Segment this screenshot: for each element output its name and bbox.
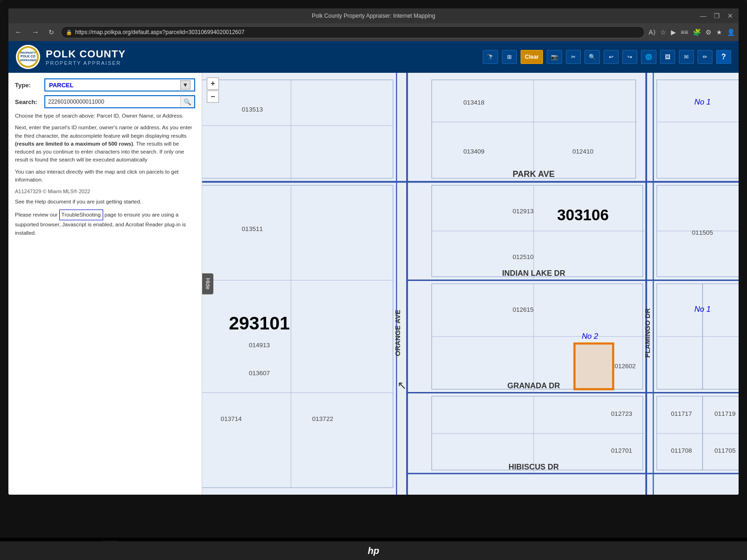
app-header: PROPERTY POLK CO APPRAISER POLK COUNTY P… [8,41,739,73]
email-button[interactable]: ✉ [679,50,694,64]
svg-text:011705: 011705 [714,447,735,454]
search-row: Search: 🔍 [15,95,195,108]
svg-text:014913: 014913 [249,342,270,349]
svg-text:012602: 012602 [614,363,635,370]
zoom-in-button[interactable]: + [207,77,219,90]
read-aloud-icon[interactable]: A⟩ [648,28,655,36]
collections-icon[interactable]: ≡≡ [681,28,688,36]
settings-icon[interactable]: ⚙ [705,28,712,36]
forward-button[interactable]: → [29,27,42,37]
browser-titlebar: Polk County Property Appraiser: Internet… [8,8,739,23]
info-text-1: Choose the type of search above: Parcel … [15,112,195,120]
search-input-wrapper: 🔍 [44,95,195,108]
type-select-value: PARCEL [49,82,180,89]
logo-text: POLK COUNTY PROPERTY APPRAISER [46,48,126,66]
svg-text:013409: 013409 [463,148,484,155]
lock-icon: 🔒 [66,29,72,35]
svg-text:013511: 013511 [242,225,263,232]
svg-text:013418: 013418 [463,99,484,106]
see-help-text: See the Help document if you are just ge… [15,198,195,206]
svg-text:GRANADA DR: GRANADA DR [507,381,560,390]
help-button[interactable]: ? [716,50,731,64]
logo-circle: PROPERTY POLK CO APPRAISER [16,45,40,69]
logo-area: PROPERTY POLK CO APPRAISER POLK COUNTY P… [16,45,126,69]
redo-button[interactable]: ↪ [622,50,637,64]
county-name: POLK COUNTY [46,48,126,60]
svg-text:013722: 013722 [312,415,333,422]
svg-text:011708: 011708 [671,447,692,454]
svg-text:013607: 013607 [249,370,270,377]
address-bar[interactable]: 🔒 https://map.polkpa.org/default.aspx?pa… [61,26,645,38]
zoom-controls: + − [207,77,219,103]
main-content: Type: PARCEL ▼ Search: 🔍 Choose th [8,73,739,495]
svg-text:011719: 011719 [714,410,735,417]
grid-button[interactable]: ⊞ [502,50,517,64]
type-select-arrow: ▼ [180,80,190,90]
svg-text:293101: 293101 [229,313,290,333]
map-area[interactable]: PARK AVE ORANGE AVE FLAMINGO DR INDIAN L… [202,73,739,495]
camera-button[interactable]: 📷 [547,50,562,64]
search-input[interactable] [45,98,180,105]
reload-button[interactable]: ↻ [46,28,57,37]
svg-text:FLAMINGO DR: FLAMINGO DR [643,308,651,357]
svg-text:ORANGE AVE: ORANGE AVE [394,310,402,357]
svg-text:INDIAN LAKE DR: INDIAN LAKE DR [502,269,565,278]
type-label: Type: [15,82,41,89]
restore-button[interactable]: ❐ [714,12,720,20]
svg-text:012723: 012723 [611,410,632,417]
type-row: Type: PARCEL ▼ [15,78,195,91]
type-select[interactable]: PARCEL ▼ [44,78,195,91]
search-button[interactable]: 🔍 [180,96,194,107]
svg-text:No 1: No 1 [694,305,711,314]
copyright-text: A11247329 © Miami MLS® 2022 [15,189,195,194]
binoculars-button[interactable]: 🔭 [483,50,498,64]
appraiser-sub: PROPERTY APPRAISER [46,60,126,66]
svg-text:012615: 012615 [513,306,534,313]
troubleshoot-link[interactable]: TroubleShooting [59,210,103,220]
header-tools: 🔭 ⊞ Clear 📷 ✂ 🔍 ↩ ↪ 🌐 🖼 ✉ ✏ ? [483,50,731,64]
star-icon[interactable]: ★ [716,28,722,36]
hp-logo: hp [368,546,379,556]
svg-text:012410: 012410 [572,148,593,155]
svg-text:POLK CO: POLK CO [21,55,35,58]
svg-text:013714: 013714 [221,415,242,422]
sidebar: Type: PARCEL ▼ Search: 🔍 Choose th [8,73,202,495]
screen: Polk County Property Appraiser: Internet… [8,8,739,495]
favorites-icon[interactable]: ☆ [660,28,666,36]
globe-button[interactable]: 🌐 [641,50,656,64]
info-text-2: Next, enter the parcel's ID number, owne… [15,124,195,164]
svg-text:No 1: No 1 [694,98,711,106]
zoom-out-button[interactable]: − [207,91,219,103]
edit-button[interactable]: ✏ [698,50,712,64]
image-button[interactable]: 🖼 [660,50,675,64]
svg-text:012510: 012510 [513,253,534,260]
zoom-button[interactable]: 🔍 [585,50,600,64]
map-svg: PARK AVE ORANGE AVE FLAMINGO DR INDIAN L… [202,73,739,495]
svg-text:No 2: No 2 [582,332,598,341]
browser-content: PROPERTY POLK CO APPRAISER POLK COUNTY P… [8,41,739,495]
page-title: Polk County Property Appraiser: Internet… [312,13,435,19]
profile-icon[interactable]: 👤 [727,28,735,36]
svg-text:↖: ↖ [397,379,407,392]
clear-button[interactable]: Clear [521,50,543,64]
select-button[interactable]: ✂ [566,50,581,64]
search-label: Search: [15,98,41,105]
svg-text:303106: 303106 [557,206,609,224]
svg-text:013513: 013513 [242,106,263,113]
review-text-1: Please review our [15,212,57,217]
svg-text:APPRAISER: APPRAISER [20,59,36,62]
laptop-body: Polk County Property Appraiser: Internet… [0,0,747,560]
play-icon[interactable]: ▶ [671,28,676,36]
svg-text:PROPERTY: PROPERTY [20,51,35,54]
browser-controls: — ❐ ✕ [700,12,733,20]
svg-rect-27 [574,343,613,389]
close-button[interactable]: ✕ [727,12,733,20]
hide-panel-button[interactable]: Hide [202,273,213,294]
undo-button[interactable]: ↩ [604,50,619,64]
svg-text:PARK AVE: PARK AVE [513,169,555,179]
back-button[interactable]: ← [12,27,25,37]
svg-text:011505: 011505 [692,229,713,236]
url-text: https://map.polkpa.org/default.aspx?parc… [75,29,245,35]
minimize-button[interactable]: — [700,12,706,20]
extensions-icon[interactable]: 🧩 [693,28,701,36]
